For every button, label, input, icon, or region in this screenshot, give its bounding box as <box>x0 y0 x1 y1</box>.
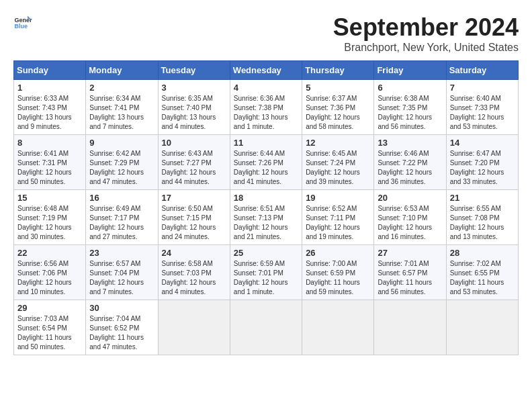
day-number: 28 <box>450 248 515 258</box>
sunset-label: Sunset: 7:11 PM <box>306 214 355 222</box>
col-header-saturday: Saturday <box>446 61 518 80</box>
sunset-label: Sunset: 6:57 PM <box>378 269 427 277</box>
sunrise-label: Sunrise: 6:56 AM <box>17 260 69 267</box>
sunrise-label: Sunrise: 6:47 AM <box>450 150 501 157</box>
day-number: 23 <box>89 248 154 258</box>
calendar-cell: 5 Sunrise: 6:37 AM Sunset: 7:36 PM Dayli… <box>302 80 374 135</box>
day-number: 20 <box>378 193 442 203</box>
svg-text:Blue: Blue <box>14 23 28 30</box>
svg-text:General: General <box>14 17 32 24</box>
day-info: Sunrise: 6:55 AM Sunset: 7:08 PM Dayligh… <box>450 204 515 242</box>
sunset-label: Sunset: 7:35 PM <box>378 104 427 111</box>
sunrise-label: Sunrise: 6:40 AM <box>450 95 501 102</box>
calendar-cell: 6 Sunrise: 6:38 AM Sunset: 7:35 PM Dayli… <box>374 80 446 135</box>
calendar-cell: 16 Sunrise: 6:49 AM Sunset: 7:17 PM Dayl… <box>86 190 158 245</box>
sunrise-label: Sunrise: 6:48 AM <box>17 205 69 212</box>
day-number: 10 <box>162 138 226 148</box>
calendar-cell: 1 Sunrise: 6:33 AM Sunset: 7:43 PM Dayli… <box>14 80 86 135</box>
calendar-header-row: SundayMondayTuesdayWednesdayThursdayFrid… <box>14 61 519 80</box>
day-number: 17 <box>162 193 226 203</box>
calendar-cell: 2 Sunrise: 6:34 AM Sunset: 7:41 PM Dayli… <box>86 80 158 135</box>
sunrise-label: Sunrise: 6:43 AM <box>162 150 213 157</box>
sunset-label: Sunset: 7:29 PM <box>89 159 139 167</box>
calendar-cell: 21 Sunrise: 6:55 AM Sunset: 7:08 PM Dayl… <box>446 190 518 245</box>
calendar-week-row: 22 Sunrise: 6:56 AM Sunset: 7:06 PM Dayl… <box>14 245 519 300</box>
calendar-week-row: 1 Sunrise: 6:33 AM Sunset: 7:43 PM Dayli… <box>14 80 519 135</box>
calendar-cell <box>302 300 374 355</box>
calendar-cell: 24 Sunrise: 6:58 AM Sunset: 7:03 PM Dayl… <box>158 245 230 300</box>
day-info: Sunrise: 7:01 AM Sunset: 6:57 PM Dayligh… <box>378 259 442 297</box>
calendar-cell: 18 Sunrise: 6:51 AM Sunset: 7:13 PM Dayl… <box>230 190 302 245</box>
day-info: Sunrise: 6:41 AM Sunset: 7:31 PM Dayligh… <box>17 149 82 187</box>
calendar-cell: 28 Sunrise: 7:02 AM Sunset: 6:55 PM Dayl… <box>446 245 518 300</box>
sunrise-label: Sunrise: 6:59 AM <box>234 260 285 267</box>
daylight-label: Daylight: 11 hours and 47 minutes. <box>89 334 144 351</box>
day-info: Sunrise: 6:33 AM Sunset: 7:43 PM Dayligh… <box>17 94 82 132</box>
day-number: 12 <box>306 138 370 148</box>
sunrise-label: Sunrise: 6:35 AM <box>162 95 213 102</box>
calendar-cell <box>158 300 230 355</box>
month-title: September 2024 <box>333 13 519 42</box>
calendar-cell: 12 Sunrise: 6:45 AM Sunset: 7:24 PM Dayl… <box>302 135 374 190</box>
calendar-cell: 15 Sunrise: 6:48 AM Sunset: 7:19 PM Dayl… <box>14 190 86 245</box>
daylight-label: Daylight: 12 hours and 1 minute. <box>234 279 288 295</box>
sunset-label: Sunset: 7:38 PM <box>234 104 283 111</box>
sunset-label: Sunset: 7:20 PM <box>450 159 500 167</box>
sunset-label: Sunset: 7:36 PM <box>306 104 355 111</box>
sunset-label: Sunset: 7:19 PM <box>17 214 67 222</box>
day-number: 15 <box>17 193 82 203</box>
daylight-label: Daylight: 11 hours and 56 minutes. <box>378 279 432 295</box>
sunrise-label: Sunrise: 6:58 AM <box>162 260 213 267</box>
sunset-label: Sunset: 7:27 PM <box>162 159 212 167</box>
sunrise-label: Sunrise: 6:38 AM <box>378 95 429 102</box>
calendar-cell: 4 Sunrise: 6:36 AM Sunset: 7:38 PM Dayli… <box>230 80 302 135</box>
daylight-label: Daylight: 11 hours and 50 minutes. <box>17 334 72 351</box>
calendar-cell: 29 Sunrise: 7:03 AM Sunset: 6:54 PM Dayl… <box>14 300 86 355</box>
calendar-week-row: 8 Sunrise: 6:41 AM Sunset: 7:31 PM Dayli… <box>14 135 519 190</box>
calendar-cell: 10 Sunrise: 6:43 AM Sunset: 7:27 PM Dayl… <box>158 135 230 190</box>
calendar-cell: 17 Sunrise: 6:50 AM Sunset: 7:15 PM Dayl… <box>158 190 230 245</box>
day-info: Sunrise: 6:58 AM Sunset: 7:03 PM Dayligh… <box>162 259 226 297</box>
calendar-cell: 14 Sunrise: 6:47 AM Sunset: 7:20 PM Dayl… <box>446 135 518 190</box>
calendar-cell: 27 Sunrise: 7:01 AM Sunset: 6:57 PM Dayl… <box>374 245 446 300</box>
daylight-label: Daylight: 11 hours and 59 minutes. <box>306 279 360 295</box>
day-number: 21 <box>450 193 515 203</box>
day-info: Sunrise: 6:46 AM Sunset: 7:22 PM Dayligh… <box>378 149 442 187</box>
day-number: 11 <box>234 138 298 148</box>
day-number: 22 <box>17 248 82 258</box>
header: General Blue September 2024 Branchport, … <box>13 13 519 54</box>
day-info: Sunrise: 6:56 AM Sunset: 7:06 PM Dayligh… <box>17 259 82 297</box>
daylight-label: Daylight: 12 hours and 58 minutes. <box>306 113 360 130</box>
sunrise-label: Sunrise: 6:50 AM <box>162 205 213 212</box>
daylight-label: Daylight: 12 hours and 13 minutes. <box>450 224 504 240</box>
calendar-cell: 19 Sunrise: 6:52 AM Sunset: 7:11 PM Dayl… <box>302 190 374 245</box>
day-number: 30 <box>89 303 154 313</box>
day-info: Sunrise: 6:49 AM Sunset: 7:17 PM Dayligh… <box>89 204 154 242</box>
daylight-label: Daylight: 12 hours and 56 minutes. <box>378 113 432 130</box>
day-number: 3 <box>162 83 226 93</box>
calendar-cell: 9 Sunrise: 6:42 AM Sunset: 7:29 PM Dayli… <box>86 135 158 190</box>
calendar-cell: 11 Sunrise: 6:44 AM Sunset: 7:26 PM Dayl… <box>230 135 302 190</box>
day-info: Sunrise: 6:36 AM Sunset: 7:38 PM Dayligh… <box>234 94 298 132</box>
day-info: Sunrise: 6:47 AM Sunset: 7:20 PM Dayligh… <box>450 149 515 187</box>
calendar-week-row: 15 Sunrise: 6:48 AM Sunset: 7:19 PM Dayl… <box>14 190 519 245</box>
day-number: 4 <box>234 83 298 93</box>
calendar-cell: 13 Sunrise: 6:46 AM Sunset: 7:22 PM Dayl… <box>374 135 446 190</box>
sunset-label: Sunset: 6:54 PM <box>17 324 67 332</box>
daylight-label: Daylight: 12 hours and 30 minutes. <box>17 224 72 240</box>
sunrise-label: Sunrise: 6:49 AM <box>89 205 140 212</box>
col-header-wednesday: Wednesday <box>230 61 302 80</box>
day-number: 8 <box>17 138 82 148</box>
sunrise-label: Sunrise: 6:57 AM <box>89 260 140 267</box>
day-info: Sunrise: 6:34 AM Sunset: 7:41 PM Dayligh… <box>89 94 154 132</box>
sunrise-label: Sunrise: 6:46 AM <box>378 150 429 157</box>
calendar-cell <box>446 300 518 355</box>
daylight-label: Daylight: 12 hours and 21 minutes. <box>234 224 288 240</box>
day-number: 7 <box>450 83 515 93</box>
day-info: Sunrise: 6:40 AM Sunset: 7:33 PM Dayligh… <box>450 94 515 132</box>
logo: General Blue <box>13 13 32 32</box>
col-header-sunday: Sunday <box>14 61 86 80</box>
calendar-cell: 22 Sunrise: 6:56 AM Sunset: 7:06 PM Dayl… <box>14 245 86 300</box>
sunrise-label: Sunrise: 7:00 AM <box>306 260 357 267</box>
sunset-label: Sunset: 6:55 PM <box>450 269 500 277</box>
